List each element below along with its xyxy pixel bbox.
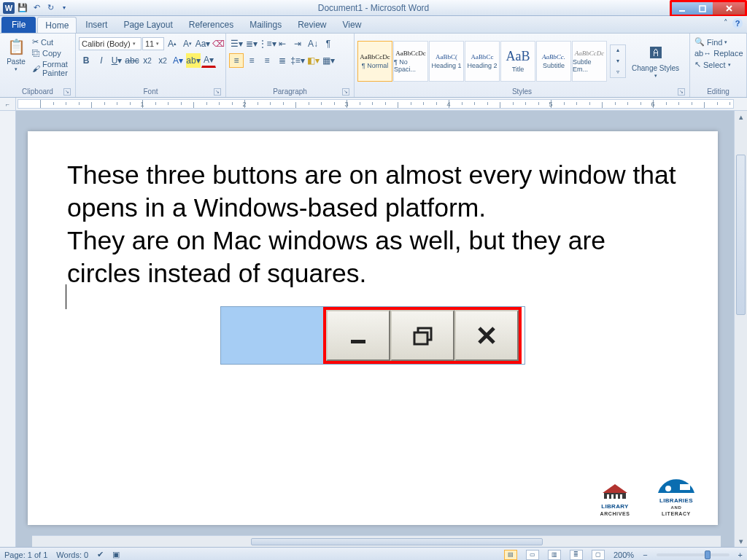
qat-dropdown-icon[interactable]: ▾ xyxy=(58,2,70,14)
inserted-figure[interactable] xyxy=(220,306,525,365)
style-item[interactable]: AaBbCcDc¶ No Spaci... xyxy=(393,41,428,82)
multilevel-list-icon[interactable]: ⋮≡▾ xyxy=(260,36,274,51)
shading-icon[interactable]: ◧▾ xyxy=(306,53,320,68)
paste-button[interactable]: 📋 Paste ▾ xyxy=(3,35,29,74)
fullscreen-reading-view-icon[interactable]: ▭ xyxy=(526,550,539,560)
tab-selector-icon[interactable]: ⌐ xyxy=(0,98,16,110)
subscript-icon[interactable]: x2 xyxy=(140,53,155,68)
word-app-icon[interactable]: W xyxy=(3,2,15,14)
superscript-icon[interactable]: x2 xyxy=(155,53,170,68)
font-color-icon[interactable]: A▾ xyxy=(201,53,216,68)
dialog-launcher-icon[interactable]: ↘ xyxy=(63,88,71,96)
styles-gallery[interactable]: AaBbCcDc¶ NormalAaBbCcDc¶ No Spaci...AaB… xyxy=(357,41,607,82)
style-item[interactable]: AaBbCcHeading 2 xyxy=(465,41,500,82)
italic-icon[interactable]: I xyxy=(94,53,109,68)
clear-formatting-icon[interactable]: ⌫ xyxy=(211,36,225,51)
web-layout-view-icon[interactable]: ▥ xyxy=(548,550,561,560)
dialog-launcher-icon[interactable]: ↘ xyxy=(342,88,349,96)
zoom-slider[interactable] xyxy=(657,553,729,556)
bold-icon[interactable]: B xyxy=(79,53,93,68)
help-icon[interactable]: ? xyxy=(732,18,743,28)
decrease-indent-icon[interactable]: ⇤ xyxy=(275,36,290,51)
tab-review[interactable]: Review xyxy=(290,17,333,33)
tab-references[interactable]: References xyxy=(182,17,241,33)
align-right-icon[interactable]: ≡ xyxy=(260,53,274,68)
copy-button[interactable]: ⿻Copy xyxy=(31,48,72,58)
borders-icon[interactable]: ▦▾ xyxy=(321,53,336,68)
maximize-button[interactable] xyxy=(692,2,713,15)
file-tab[interactable]: File xyxy=(1,17,36,33)
format-painter-button[interactable]: 🖌Format Painter xyxy=(31,59,72,78)
tab-insert[interactable]: Insert xyxy=(78,17,115,33)
style-item[interactable]: AaBbC(Heading 1 xyxy=(429,41,464,82)
outline-view-icon[interactable]: ≣ xyxy=(570,550,583,560)
gallery-more-icon[interactable]: ▿ xyxy=(611,67,625,77)
numbering-icon[interactable]: ≣▾ xyxy=(244,36,259,51)
justify-icon[interactable]: ≣ xyxy=(275,53,290,68)
align-center-icon[interactable]: ≡ xyxy=(244,53,259,68)
text-effects-icon[interactable]: A▾ xyxy=(171,53,185,68)
strikethrough-icon[interactable]: abc xyxy=(125,53,139,68)
style-item[interactable]: AaBbCcDcSubtle Em... xyxy=(572,41,607,82)
change-styles-button[interactable]: 🅰︎ Change Styles ▾ xyxy=(629,42,682,80)
increase-indent-icon[interactable]: ⇥ xyxy=(290,36,305,51)
undo-icon[interactable]: ↶ xyxy=(31,2,42,14)
save-icon[interactable]: 💾 xyxy=(17,2,28,14)
logo-libraries-literacy: LIBRARIES AND LITERACY xyxy=(655,474,697,516)
show-marks-icon[interactable]: ¶ xyxy=(321,36,336,51)
figure-minimize-icon xyxy=(326,310,390,361)
proofing-icon[interactable]: ✔ xyxy=(97,550,104,559)
shrink-font-icon[interactable]: A▾ xyxy=(180,36,195,51)
grow-font-icon[interactable]: A▴ xyxy=(165,36,179,51)
status-words[interactable]: Words: 0 xyxy=(56,551,88,559)
font-family-combo[interactable]: Calibri (Body)▾ xyxy=(79,37,142,50)
zoom-out-icon[interactable]: − xyxy=(643,551,647,559)
vertical-scrollbar[interactable]: ▴ ▾ xyxy=(734,111,747,547)
status-page[interactable]: Page: 1 of 1 xyxy=(4,551,47,559)
style-item[interactable]: AaBTitle xyxy=(500,41,535,82)
style-item[interactable]: AaBbCcDc¶ Normal xyxy=(357,41,392,82)
ribbon-minimize-icon[interactable]: ˄ xyxy=(724,18,728,28)
redo-icon[interactable]: ↻ xyxy=(44,2,56,14)
change-case-icon[interactable]: Aa▾ xyxy=(196,36,210,51)
cut-button[interactable]: ✂Cut xyxy=(31,36,72,47)
sort-icon[interactable]: A↓ xyxy=(306,36,320,51)
macro-icon[interactable]: ▣ xyxy=(112,550,120,559)
select-button[interactable]: ↖Select ▾ xyxy=(693,59,732,70)
draft-view-icon[interactable]: ▢ xyxy=(592,550,605,560)
dialog-launcher-icon[interactable]: ↘ xyxy=(214,88,221,96)
svg-rect-4 xyxy=(414,332,427,344)
bullets-icon[interactable]: ☰▾ xyxy=(229,36,244,51)
replace-button[interactable]: ab↔Replace xyxy=(693,48,745,58)
gallery-up-icon[interactable]: ▴ xyxy=(611,45,625,55)
dialog-launcher-icon[interactable]: ↘ xyxy=(678,88,685,96)
zoom-level[interactable]: 200% xyxy=(614,551,634,559)
style-item[interactable]: AaBbCc.Subtitle xyxy=(536,41,571,82)
scroll-down-icon[interactable]: ▾ xyxy=(735,535,747,547)
print-layout-view-icon[interactable]: ▤ xyxy=(504,550,517,560)
tab-view[interactable]: View xyxy=(336,17,369,33)
tab-page-layout[interactable]: Page Layout xyxy=(116,17,179,33)
tab-mailings[interactable]: Mailings xyxy=(242,17,289,33)
close-button[interactable] xyxy=(713,2,745,15)
vertical-ruler[interactable] xyxy=(0,111,16,547)
tab-home[interactable]: Home xyxy=(37,17,77,33)
line-spacing-icon[interactable]: ‡≡▾ xyxy=(290,53,305,68)
zoom-in-icon[interactable]: + xyxy=(738,551,743,559)
align-left-icon[interactable]: ≡ xyxy=(229,53,244,68)
scroll-up-icon[interactable]: ▴ xyxy=(735,111,747,122)
highlight-icon[interactable]: ab▾ xyxy=(186,53,201,68)
horizontal-scrollbar[interactable] xyxy=(32,535,721,547)
font-size-combo[interactable]: 11▾ xyxy=(142,37,164,50)
minimize-button[interactable] xyxy=(672,2,692,15)
zoom-knob[interactable] xyxy=(705,551,711,559)
copy-icon: ⿻ xyxy=(32,49,40,58)
document-paragraph-1: These three buttons are on almost every … xyxy=(67,159,678,225)
find-button[interactable]: 🔍Find ▾ xyxy=(693,36,729,47)
page[interactable]: These three buttons are on almost every … xyxy=(28,131,718,525)
underline-icon[interactable]: U▾ xyxy=(109,53,124,68)
scrollbar-thumb[interactable] xyxy=(251,538,543,545)
gallery-down-icon[interactable]: ▾ xyxy=(611,56,625,66)
horizontal-ruler[interactable]: 1234567 xyxy=(18,99,734,109)
scrollbar-thumb[interactable] xyxy=(736,155,746,315)
